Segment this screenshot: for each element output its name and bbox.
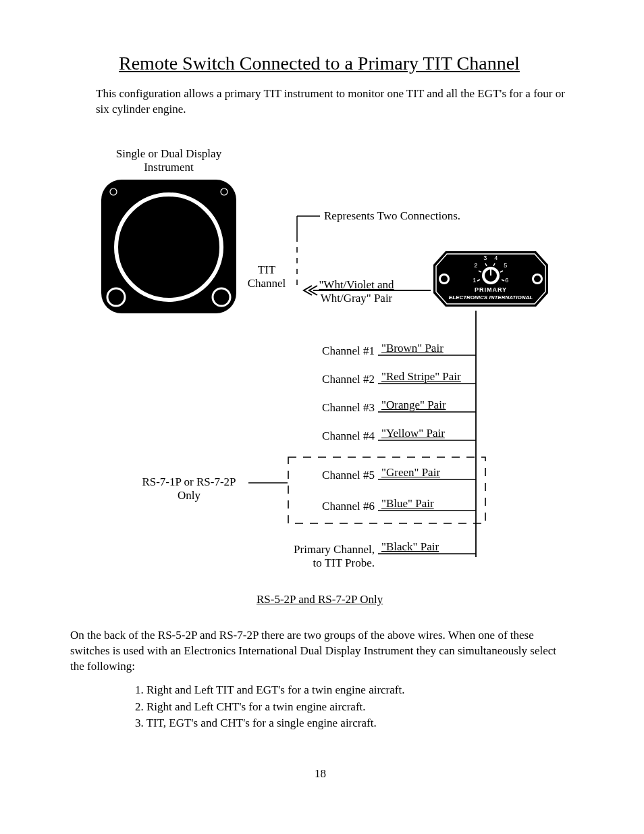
section2-item-2: 2. Right and Left CHT's for a twin engin… (135, 699, 404, 716)
section2-body: On the back of the RS-5-2P and RS-7-2P t… (70, 628, 563, 675)
instrument-label-line1: Single or Dual Display (116, 147, 221, 160)
channel-5-wire-icon (378, 478, 479, 482)
tit-pair-line2: Wht/Gray" Pair (321, 292, 393, 305)
channel-6-label: Channel #6 (270, 500, 375, 513)
dial-num-1: 1 (471, 277, 478, 284)
svg-point-14 (534, 276, 541, 282)
rs7-leader-icon (248, 481, 289, 485)
primary-module-icon: 1 2 3 4 5 6 PRIMARY ELECTRONICS INTERNAT… (427, 249, 555, 311)
rs7-line1: RS-7-1P or RS-7-2P (142, 475, 236, 488)
primary-channel-line1: Primary Channel, (294, 543, 375, 556)
dial-num-5: 5 (502, 262, 509, 269)
svg-point-12 (441, 276, 448, 282)
section2-heading: RS-5-2P and RS-7-2P Only (257, 593, 383, 606)
rs7-line2: Only (178, 489, 200, 502)
svg-point-2 (221, 188, 227, 195)
instrument-icon (95, 176, 243, 317)
dial-num-3: 3 (482, 255, 489, 261)
page-number: 18 (315, 767, 326, 781)
channel-1-label: Channel #1 (270, 344, 375, 358)
page-title: Remote Switch Connected to a Primary TIT… (119, 53, 520, 74)
rs7-label: RS-7-1P or RS-7-2P Only (132, 475, 246, 503)
svg-point-6 (107, 288, 125, 306)
tit-pair-line1: "Wht/Violet and (319, 278, 394, 291)
svg-point-5 (116, 194, 221, 300)
two-connections-label: Represents Two Connections. (324, 209, 460, 223)
dial-num-4: 4 (493, 255, 500, 261)
intro-paragraph: This configuration allows a primary TIT … (96, 86, 568, 118)
section2-item-1: 1. Right and Left TIT and EGT's for a tw… (135, 682, 404, 699)
svg-point-7 (213, 288, 230, 306)
section2-item-3: 3. TIT, EGT's and CHT's for a single eng… (135, 715, 404, 732)
primary-channel-line2: to TIT Probe. (313, 556, 375, 569)
channel-2-wire-icon (378, 382, 479, 386)
instrument-label-line2: Instrument (144, 161, 194, 174)
instrument-label: Single or Dual Display Instrument (108, 147, 230, 175)
primary-badge-top: PRIMARY (427, 286, 555, 293)
primary-channel-label: Primary Channel, to TIT Probe. (257, 543, 375, 571)
tit-pair-label: "Wht/Violet and Wht/Gray" Pair (313, 278, 400, 306)
channel-3-wire-icon (378, 411, 479, 415)
dial-num-2: 2 (473, 262, 479, 269)
channel-6-wire-icon (378, 509, 479, 513)
tit-channel-line1: TIT (258, 263, 275, 276)
page: Remote Switch Connected to a Primary TIT… (0, 0, 644, 834)
section2-list: 1. Right and Left TIT and EGT's for a tw… (135, 682, 404, 732)
channel-4-wire-icon (378, 439, 479, 443)
primary-badge-bottom: ELECTRONICS INTERNATIONAL (427, 294, 555, 301)
channel-1-wire-icon (378, 354, 479, 358)
channel-4-label: Channel #4 (270, 429, 375, 443)
primary-channel-wire-icon (378, 552, 479, 556)
channel-2-label: Channel #2 (270, 373, 375, 386)
dial-num-6: 6 (504, 277, 510, 284)
channel-3-label: Channel #3 (270, 401, 375, 415)
svg-point-1 (110, 188, 117, 195)
